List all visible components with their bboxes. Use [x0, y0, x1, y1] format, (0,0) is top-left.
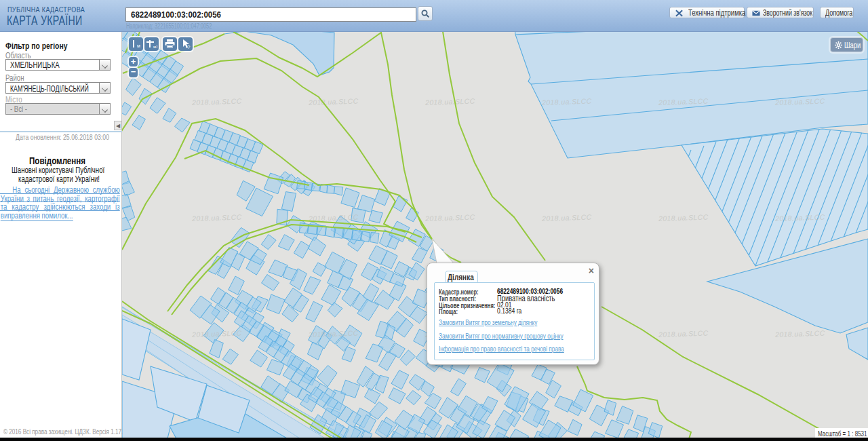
- svg-text:?: ?: [187, 44, 191, 50]
- svg-text:м: м: [137, 43, 140, 48]
- svg-text:м²: м²: [153, 45, 157, 49]
